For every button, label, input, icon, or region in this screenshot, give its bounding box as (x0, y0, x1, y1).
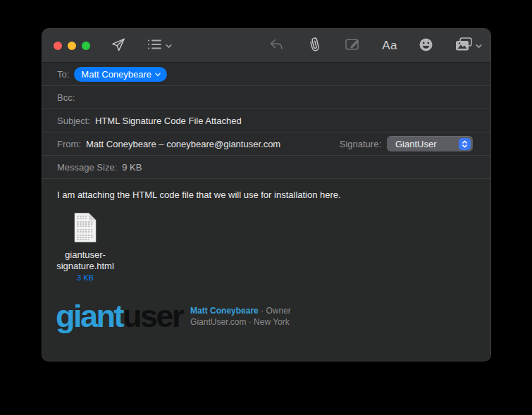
recipient-token[interactable]: Matt Coneybeare (74, 67, 167, 82)
desktop: Aa (0, 0, 532, 415)
reply-icon (268, 37, 285, 54)
signature-role: Owner (266, 306, 290, 316)
signature-select[interactable]: GiantUser (387, 136, 473, 151)
send-icon (110, 37, 126, 55)
toolbar-right-group: Aa (268, 35, 482, 56)
photo-browser-button[interactable] (454, 37, 482, 54)
attachment[interactable]: giantuser-signature.html 3 KB (47, 212, 124, 282)
email-signature: giantuser Matt Coneybeare · Owner GiantU… (56, 300, 490, 332)
fonts-label: Aa (382, 39, 397, 53)
logo-giant-text: giant (56, 298, 123, 334)
format-list-button[interactable] (146, 37, 172, 54)
attachment-filename: giantuser-signature.html (49, 249, 122, 272)
from-label: From: (57, 139, 81, 149)
message-size-value: 9 KB (122, 162, 142, 173)
chevron-down-icon (476, 40, 482, 51)
reply-button (268, 37, 285, 54)
from-field: From: Matt Coneybeare – coneybeare@giant… (42, 132, 490, 156)
photo-browser-icon (454, 37, 473, 54)
signature-selected-value: GiantUser (395, 139, 459, 149)
from-account[interactable]: From: Matt Coneybeare – coneybeare@giant… (57, 139, 280, 149)
send-button[interactable] (110, 37, 126, 55)
subject-value: HTML Signature Code File Attached (95, 116, 242, 126)
stepper-icon (459, 138, 471, 150)
emoji-icon (419, 37, 433, 54)
to-label: To: (57, 69, 69, 80)
close-window-button[interactable] (54, 42, 62, 50)
toolbar: Aa (42, 29, 490, 63)
window-controls (54, 42, 90, 50)
signature-separator: · (261, 306, 264, 316)
signature-label: Signature: (340, 139, 381, 149)
markup-button (344, 37, 361, 54)
mail-compose-window: Aa (42, 28, 491, 361)
minimize-window-button[interactable] (68, 42, 76, 50)
from-value: Matt Coneybeare – coneybeare@giantuser.c… (86, 139, 280, 149)
message-text: I am attaching the HTML code file that w… (42, 179, 490, 200)
bcc-field[interactable]: Bcc: (42, 86, 490, 109)
subject-label: Subject: (57, 116, 90, 126)
attachment-filesize: 3 KB (77, 273, 94, 282)
fonts-button[interactable]: Aa (382, 39, 397, 53)
signature-contact: Matt Coneybeare · Owner GiantUser.com · … (190, 304, 291, 328)
chevron-down-icon (166, 40, 172, 51)
logo-user-text: user (123, 298, 183, 334)
markup-icon (344, 37, 361, 54)
message-headers: To: Matt Coneybeare Bcc: Subject: HTML S… (42, 63, 490, 179)
message-size-row: Message Size: 9 KB (42, 156, 490, 179)
signature-name: Matt Coneybeare (190, 306, 259, 316)
attach-file-button[interactable] (306, 35, 323, 56)
bcc-label: Bcc: (57, 92, 75, 103)
message-body[interactable]: I am attaching the HTML code file that w… (42, 179, 490, 361)
recipient-name: Matt Coneybeare (81, 69, 151, 80)
zoom-window-button[interactable] (82, 42, 90, 50)
chevron-down-icon (155, 73, 161, 77)
giantuser-logo: giantuser (56, 300, 183, 332)
document-icon (73, 212, 97, 246)
to-field[interactable]: To: Matt Coneybeare (42, 63, 490, 86)
subject-field[interactable]: Subject: HTML Signature Code File Attach… (42, 109, 490, 132)
emoji-button[interactable] (419, 37, 433, 54)
signature-control: Signature: GiantUser (340, 136, 473, 151)
signature-line2: GiantUser.com · New York (190, 317, 291, 328)
list-bullet-icon (146, 37, 163, 54)
paperclip-icon (306, 35, 323, 56)
message-size-label: Message Size: (57, 162, 117, 173)
